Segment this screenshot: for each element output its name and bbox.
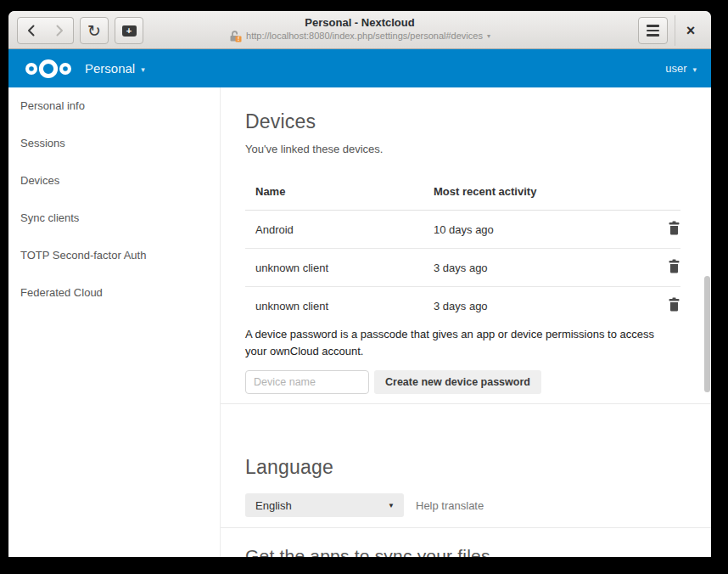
- devices-table: Name Most recent activity Android 10 day…: [245, 175, 680, 324]
- device-activity: 10 days ago: [423, 211, 636, 249]
- url-text: http://localhost:8080/index.php/settings…: [246, 30, 483, 42]
- url-dropdown-icon: ▾: [487, 30, 490, 42]
- devices-section-title: Devices: [245, 87, 686, 133]
- create-device-password-button[interactable]: Create new device password: [374, 370, 541, 394]
- apps-section: Get the apps to sync your files: [221, 528, 711, 557]
- sidebar-item-sync-clients[interactable]: Sync clients: [8, 200, 220, 237]
- titlebar-center: Personal - Nextcloud ! http://localhost:…: [161, 15, 558, 42]
- hamburger-icon: [647, 25, 659, 27]
- column-header-name: Name: [245, 175, 423, 211]
- settings-sidebar: Personal info Sessions Devices Sync clie…: [8, 87, 221, 557]
- delete-device-button[interactable]: [668, 297, 680, 312]
- apps-section-title: Get the apps to sync your files: [245, 528, 686, 557]
- insecure-lock-icon: !: [229, 30, 242, 42]
- device-password-form: Create new device password: [245, 370, 686, 394]
- device-row: unknown client 3 days ago: [245, 249, 680, 287]
- menu-button[interactable]: [638, 17, 668, 44]
- nextcloud-logo-icon: [21, 58, 76, 80]
- trash-icon: [668, 297, 680, 312]
- user-menu-label: user: [665, 62, 686, 75]
- devices-section: Devices You've linked these devices. Nam…: [221, 87, 711, 394]
- sidebar-item-sessions[interactable]: Sessions: [8, 125, 220, 162]
- device-password-hint: A device password is a passcode that giv…: [245, 326, 663, 360]
- back-button[interactable]: [17, 17, 46, 44]
- forward-icon: [54, 24, 64, 37]
- browser-titlebar: ↻ + Personal - Nextcloud ! http://localh…: [8, 11, 711, 49]
- column-header-activity: Most recent activity: [423, 175, 636, 211]
- reload-icon: ↻: [87, 21, 101, 40]
- trash-icon: [668, 259, 680, 273]
- back-icon: [26, 24, 36, 37]
- device-activity: 3 days ago: [423, 287, 636, 325]
- help-translate-link[interactable]: Help translate: [416, 499, 484, 512]
- forward-button[interactable]: [45, 17, 74, 44]
- user-menu[interactable]: user ▾: [665, 62, 697, 75]
- new-tab-button[interactable]: +: [115, 17, 143, 44]
- device-name: unknown client: [245, 249, 423, 287]
- address-bar[interactable]: ! http://localhost:8080/index.php/settin…: [161, 30, 558, 42]
- device-activity: 3 days ago: [423, 249, 636, 287]
- svg-text:!: !: [238, 36, 239, 42]
- sidebar-item-devices[interactable]: Devices: [8, 162, 220, 200]
- device-row: unknown client 3 days ago: [245, 287, 680, 325]
- delete-device-button[interactable]: [668, 259, 680, 273]
- language-section: Language English ▼ Help translate: [221, 404, 711, 517]
- close-button[interactable]: ×: [677, 17, 704, 44]
- sidebar-item-personal-info[interactable]: Personal info: [8, 87, 220, 125]
- app-menu[interactable]: Personal ▾: [85, 61, 145, 76]
- delete-device-button[interactable]: [668, 221, 680, 235]
- close-icon: ×: [686, 22, 696, 40]
- devices-section-subtitle: You've linked these devices.: [245, 143, 686, 155]
- sidebar-item-totp[interactable]: TOTP Second-factor Auth: [8, 237, 220, 274]
- page-title: Personal - Nextcloud: [161, 15, 558, 30]
- device-name-input[interactable]: [245, 370, 369, 394]
- new-tab-icon: +: [122, 25, 137, 37]
- browser-window: ↻ + Personal - Nextcloud ! http://localh…: [8, 11, 711, 557]
- device-row: Android 10 days ago: [245, 211, 680, 249]
- reload-button[interactable]: ↻: [80, 17, 109, 44]
- device-name: Android: [245, 211, 423, 249]
- language-select[interactable]: English ▼: [245, 493, 404, 517]
- settings-body: Personal info Sessions Devices Sync clie…: [8, 87, 711, 557]
- app-menu-caret-icon: ▾: [141, 64, 145, 74]
- user-menu-caret-icon: ▾: [692, 64, 697, 74]
- sidebar-item-federated-cloud[interactable]: Federated Cloud: [8, 274, 220, 312]
- device-name: unknown client: [245, 287, 423, 325]
- app-menu-label: Personal: [85, 61, 135, 76]
- trash-icon: [668, 221, 680, 235]
- scrollbar-thumb[interactable]: [704, 276, 710, 392]
- devices-table-header-row: Name Most recent activity: [245, 175, 680, 211]
- language-selected-value: English: [255, 499, 292, 512]
- language-section-title: Language: [245, 404, 686, 479]
- settings-main: Devices You've linked these devices. Nam…: [221, 87, 711, 557]
- nextcloud-header: Personal ▾ user ▾: [8, 49, 711, 87]
- titlebar-separator: [675, 15, 675, 46]
- select-caret-icon: ▼: [388, 502, 395, 509]
